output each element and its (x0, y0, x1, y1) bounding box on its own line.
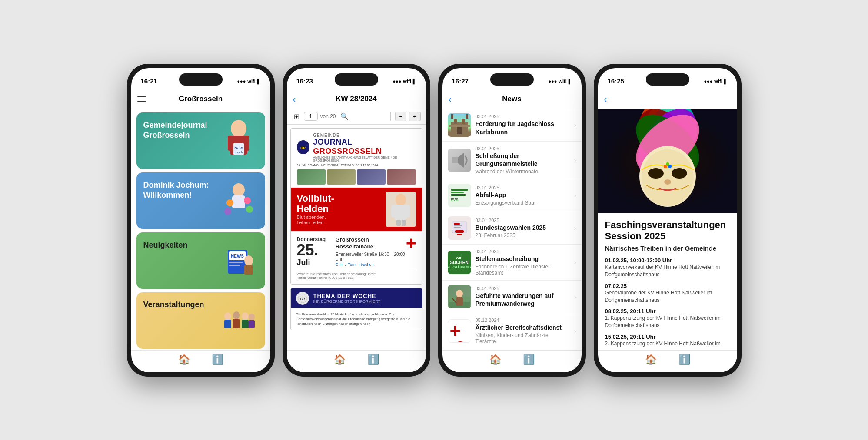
dynamic-island-4 (646, 73, 689, 86)
home-tab-4[interactable]: 🏠 (645, 354, 657, 365)
svg-text:Groß: Groß (234, 146, 243, 150)
back-button-2[interactable]: ‹ (293, 94, 296, 104)
svg-point-73 (664, 179, 671, 185)
svg-rect-52 (455, 230, 464, 233)
news-body-stelle: 03.01.2025 Stellenausschreibung Fachbere… (476, 249, 570, 276)
home-tab-1[interactable]: 🏠 (178, 354, 190, 365)
event-date: 25. (297, 242, 332, 258)
info-tab-4[interactable]: ℹ️ (678, 354, 690, 365)
card-neuigkeiten-label: Neuigkeiten (143, 240, 219, 250)
news-body-bundestagswahl: 03.01.2025 Bundestagswahlen 2025 23. Feb… (476, 218, 570, 238)
hamburger-menu[interactable] (137, 96, 146, 102)
news-item-arzt[interactable]: 05.12.2024 Ärztlicher Bereitschaftsdiens… (442, 313, 582, 349)
phone1-content: GemeindejournalGroßrosseln Groß rosseln … (131, 109, 270, 350)
pdf-search-icon[interactable]: 🔍 (340, 112, 349, 120)
chevron-icon-7: › (574, 328, 576, 334)
event-entry-date-2: 07.02.25 (605, 283, 730, 289)
svg-rect-39 (454, 119, 457, 124)
dynamic-island-2 (335, 73, 378, 86)
event-month: Juli (297, 258, 332, 267)
svg-point-72 (672, 168, 687, 179)
chevron-icon-5: › (574, 259, 576, 266)
signal-icon-1: ●●● (237, 79, 246, 84)
info-tab-2[interactable]: ℹ️ (367, 354, 379, 365)
pdf-zoom-minus[interactable]: − (395, 112, 406, 121)
back-button-4[interactable]: ‹ (604, 94, 607, 104)
news-title-7: Ärztlicher Bereitschaftsdienst (476, 324, 570, 331)
wifi-icon-4: wifi (714, 79, 722, 84)
event-title: FaschingsveranstaltungenSession 2025 (605, 219, 730, 242)
event-entry-desc-3: 1. Kappensitzung der KV Hinne Hott Naßwe… (605, 314, 730, 329)
grossrosseln-seal: GR (297, 140, 310, 154)
event-entry-4: 15.02.25, 20:11 Uhr 2. Kappensitzung der… (605, 334, 730, 347)
news-item-gruengut[interactable]: 03.01.2025 Schließung derGrüngutsammelst… (442, 142, 582, 179)
news-item-bundestagswahl[interactable]: 03.01.2025 Bundestagswahlen 2025 23. Feb… (442, 212, 582, 245)
card-neuigkeiten[interactable]: Neuigkeiten NEWS (136, 232, 265, 289)
card-gemeindejournal[interactable]: GemeindejournalGroßrosseln Groß rosseln (136, 112, 265, 169)
news-title-5: Stellenausschreibung (476, 255, 570, 263)
nav-title-1: Großrosseln (179, 95, 223, 103)
tab-bar-3: 🏠 ℹ️ (442, 350, 582, 372)
event-entry-desc-2: Generalprobe der KV Hinne Hott Naßweiler… (605, 289, 730, 304)
svg-rect-44 (449, 125, 470, 127)
info-tab-3[interactable]: ℹ️ (523, 354, 535, 365)
thumb-3 (357, 169, 386, 185)
thumb-4 (387, 169, 416, 185)
news-title-3: Abfall-App (476, 191, 570, 199)
svg-rect-35 (402, 220, 406, 226)
news-item-stelle[interactable]: WIR SUCHEN VERSTÄRKUNG 03.01.2025 Stelle… (442, 245, 582, 281)
svg-rect-19 (244, 265, 253, 275)
pdf-layout-icon[interactable]: ⊞ (292, 112, 301, 122)
svg-rect-21 (224, 320, 231, 328)
tab-bar-4: 🏠 ℹ️ (598, 350, 737, 372)
event-entry-3: 08.02.25, 20:11 Uhr 1. Kappensitzung der… (605, 308, 730, 329)
news-thumb-bundestagswahl (448, 216, 471, 240)
news-item-avs[interactable]: EVS 03.01.2025 Abfall-App Entsorgungsver… (442, 179, 582, 212)
status-time-2: 16:23 (296, 77, 313, 85)
svg-rect-42 (451, 114, 453, 119)
svg-text:NEWS: NEWS (231, 254, 244, 258)
home-tab-2[interactable]: 🏠 (334, 354, 346, 365)
news-thumb-gruengut (448, 149, 471, 172)
dynamic-island-3 (490, 73, 534, 86)
home-tab-3[interactable]: 🏠 (489, 354, 501, 365)
news-item-wandern[interactable]: 03.01.2025 Geführte Wanderungen aufPremi… (442, 281, 582, 313)
pdf-thema-section: GR THEMA DER WOCHE IHR BÜRGERMEISTER INF… (290, 288, 422, 331)
journal-title: JOURNAL GROSSROSSELN (313, 138, 416, 156)
phone3-content: 03.01.2025 Förderung für JagdschlossKarl… (442, 109, 582, 350)
status-time-4: 16:25 (608, 77, 624, 85)
thema-logo: GR (296, 292, 309, 305)
news-thumb-wandern (448, 285, 471, 308)
back-button-3[interactable]: ‹ (449, 94, 452, 104)
svg-point-20 (224, 312, 231, 320)
svg-rect-33 (406, 205, 410, 217)
news-sub-3: Entsorgungsverband Saar (476, 200, 570, 206)
svg-point-24 (242, 312, 249, 320)
news-title-2: Schließung derGrüngutsammelstelle (476, 152, 570, 168)
svg-point-7 (233, 183, 245, 196)
nav-bar-2: ‹ KW 28/2024 (287, 90, 426, 109)
event-extra-info: Weitere Informationen und Onlineanmeldun… (297, 270, 416, 280)
card-dominik[interactable]: Dominik Jochum:Willkommen! (136, 172, 265, 229)
news-thumb-jagdschloss (448, 113, 471, 137)
info-tab-1[interactable]: ℹ️ (212, 354, 223, 365)
phone4-content: FaschingsveranstaltungenSession 2025 När… (598, 109, 737, 350)
svg-point-9 (226, 199, 233, 206)
news-sub-5: Fachbereich 1 Zentrale Dienste -Standesa… (476, 264, 570, 276)
card-neuigkeiten-illus: NEWS (219, 240, 258, 281)
news-item-jagdschloss[interactable]: 03.01.2025 Förderung für JagdschlossKarl… (442, 109, 582, 142)
card-gemeindejournal-illus: Groß rosseln (219, 120, 258, 161)
svg-point-22 (233, 311, 240, 319)
thema-sub: IHR BÜRGERMEISTER INFORMIERT (313, 299, 381, 304)
card-veranstaltungen[interactable]: Veranstaltungen (136, 292, 265, 349)
pdf-page-input[interactable] (304, 112, 318, 121)
event-body: FaschingsveranstaltungenSession 2025 När… (598, 213, 737, 350)
nav-title-2: KW 28/2024 (336, 95, 377, 103)
svg-point-12 (224, 208, 231, 215)
pdf-man-image (386, 192, 416, 227)
pdf-zoom-plus[interactable]: + (409, 112, 420, 121)
event-entry-desc-4: 2. Kappensitzung der KV Hinne Hott Naßwe… (605, 340, 730, 347)
event-entry-date-4: 15.02.25, 20:11 Uhr (605, 334, 730, 340)
chevron-icon-4: › (574, 225, 576, 232)
journal-subtitle: AMTLICHES BEKANNTMACHUNGSBLATT DER GEMEI… (313, 156, 416, 162)
